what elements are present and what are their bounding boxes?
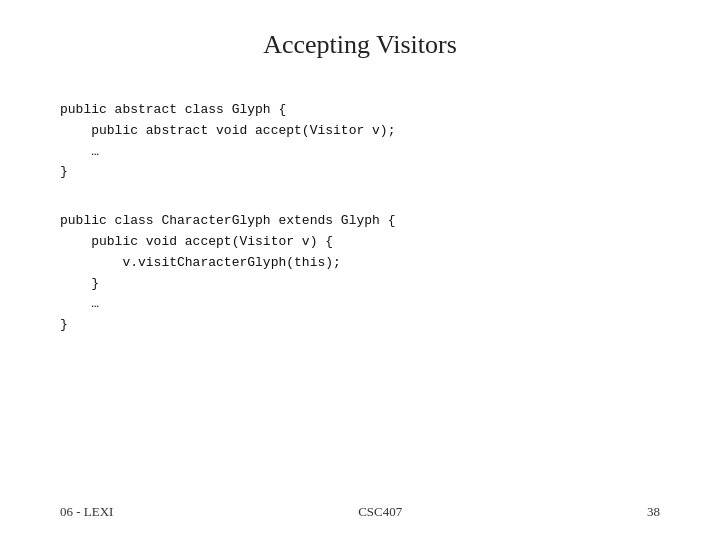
code-line: }	[60, 162, 660, 183]
slide: Accepting Visitors public abstract class…	[0, 0, 720, 540]
code-line: public void accept(Visitor v) {	[60, 232, 660, 253]
code-line: public abstract class Glyph {	[60, 100, 660, 121]
code-line: v.visitCharacterGlyph(this);	[60, 253, 660, 274]
code-line: …	[60, 142, 660, 163]
footer-center: CSC407	[358, 504, 402, 520]
code-block-1: public abstract class Glyph { public abs…	[60, 100, 660, 183]
code-line: public abstract void accept(Visitor v);	[60, 121, 660, 142]
code-line: }	[60, 315, 660, 336]
footer-left: 06 - LEXI	[60, 504, 113, 520]
slide-title: Accepting Visitors	[60, 30, 660, 60]
code-block-2: public class CharacterGlyph extends Glyp…	[60, 211, 660, 336]
code-line: public class CharacterGlyph extends Glyp…	[60, 211, 660, 232]
code-line: }	[60, 274, 660, 295]
footer: 06 - LEXI CSC407 38	[60, 504, 660, 520]
code-line: …	[60, 294, 660, 315]
footer-right: 38	[647, 504, 660, 520]
